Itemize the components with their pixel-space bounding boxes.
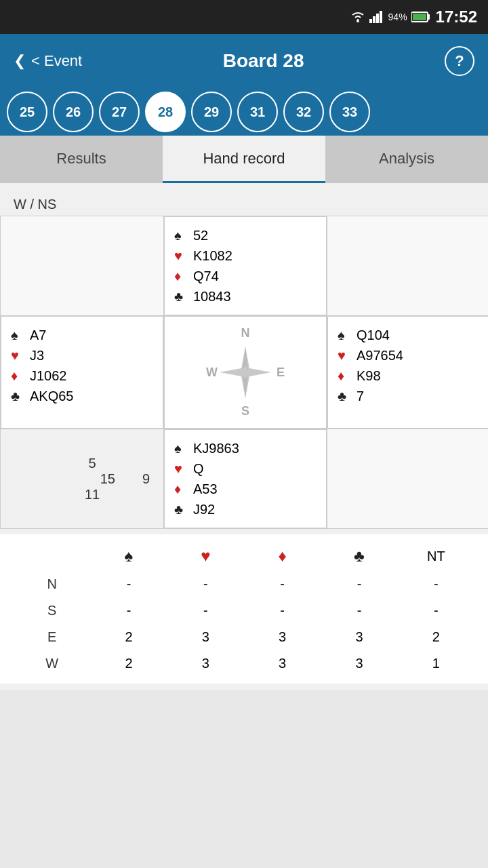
- diamond-icon-s: ♦: [174, 479, 189, 499]
- svg-point-0: [357, 20, 359, 22]
- svg-rect-1: [369, 19, 372, 23]
- east-hand: ♠ Q104 ♥ A97654 ♦ K98 ♣ 7: [327, 316, 488, 429]
- west-diamonds: J1062: [30, 366, 67, 386]
- south-hearts: Q: [193, 458, 204, 479]
- contract-e-hearts: 3: [167, 624, 244, 650]
- contract-e-spades: 2: [90, 624, 167, 650]
- board-tab-33[interactable]: 33: [329, 92, 370, 132]
- contract-n-diamonds: -: [244, 571, 321, 597]
- contract-e-diamonds: 3: [244, 624, 321, 650]
- points-we: 159: [100, 471, 150, 487]
- compass-west: W: [206, 366, 218, 380]
- points-cell: 5 159 11: [1, 429, 163, 528]
- wifi-icon: [350, 11, 365, 23]
- south-diamonds: A53: [193, 479, 218, 499]
- contract-row-n: N - - - - -: [14, 571, 474, 597]
- contract-s-spades: -: [90, 597, 167, 624]
- empty-nw: [1, 216, 163, 315]
- contract-n-clubs: -: [321, 571, 397, 597]
- board-tab-27[interactable]: 27: [99, 92, 140, 132]
- svg-rect-7: [413, 14, 426, 20]
- tab-hand-record[interactable]: Hand record: [163, 136, 325, 183]
- west-clubs: AKQ65: [30, 386, 73, 406]
- dealer-info: W / NS: [0, 190, 488, 216]
- battery-icon: [411, 11, 430, 23]
- svg-rect-6: [428, 14, 430, 20]
- compass-south: S: [241, 404, 249, 418]
- contract-e-clubs: 3: [321, 624, 397, 650]
- empty-se: [327, 429, 488, 528]
- tab-results[interactable]: Results: [0, 136, 163, 183]
- north-diamonds: Q74: [193, 266, 219, 286]
- contract-header-clubs: ♣: [321, 541, 397, 571]
- board-tab-28[interactable]: 28: [145, 92, 186, 132]
- compass-star-svg: [218, 345, 272, 399]
- contract-w-spades: 2: [90, 650, 167, 677]
- contract-label-w: W: [14, 650, 90, 677]
- page-title: Board 28: [223, 50, 304, 72]
- status-icons: 94%: [350, 11, 430, 23]
- compass-cell: N W E S: [164, 316, 327, 429]
- contract-section: ♠ ♥ ♦ ♣ NT N - - - - - S -: [0, 534, 488, 684]
- back-label: < Event: [31, 52, 82, 70]
- back-arrow: ❮: [14, 52, 26, 70]
- hand-grid: ♠ 52 ♥ K1082 ♦ Q74 ♣ 10843 ♠ A7: [0, 216, 488, 529]
- board-tab-25[interactable]: 25: [7, 92, 47, 132]
- board-tab-29[interactable]: 29: [191, 92, 232, 132]
- contract-s-clubs: -: [321, 597, 397, 624]
- spade-icon-s: ♠: [174, 438, 189, 458]
- contract-label-n: N: [14, 571, 90, 597]
- back-button[interactable]: ❮ < Event: [14, 52, 82, 70]
- heart-icon-w: ♥: [11, 345, 26, 366]
- svg-rect-3: [376, 14, 379, 23]
- contract-w-nt: 1: [398, 650, 474, 677]
- empty-ne: [327, 216, 488, 315]
- board-tab-31[interactable]: 31: [237, 92, 278, 132]
- svg-rect-2: [373, 16, 375, 23]
- points-south: 11: [85, 487, 100, 502]
- heart-icon-s: ♥: [174, 458, 189, 479]
- east-clubs: 7: [357, 386, 364, 406]
- signal-icon: [369, 11, 384, 23]
- tab-analysis[interactable]: Analysis: [325, 136, 488, 183]
- board-tab-26[interactable]: 26: [53, 92, 94, 132]
- south-spades: KJ9863: [193, 438, 239, 458]
- contract-s-diamonds: -: [244, 597, 321, 624]
- spade-icon-w: ♠: [11, 325, 26, 345]
- dealer-label: W / NS: [14, 197, 56, 212]
- west-hand: ♠ A7 ♥ J3 ♦ J1062 ♣ AKQ65: [1, 316, 163, 429]
- diamond-icon-w: ♦: [11, 366, 26, 386]
- header: ❮ < Event Board 28 ?: [0, 34, 488, 88]
- west-spades: A7: [30, 325, 46, 345]
- contract-s-nt: -: [398, 597, 474, 624]
- status-bar: 94% 17:52: [0, 0, 488, 34]
- board-tab-32[interactable]: 32: [283, 92, 324, 132]
- contract-s-hearts: -: [167, 597, 244, 624]
- compass-east: E: [277, 366, 285, 380]
- main-content: W / NS ♠ 52 ♥ K1082 ♦ Q74 ♣ 10843: [0, 183, 488, 690]
- contract-row-e: E 2 3 3 3 2: [14, 624, 474, 650]
- diamond-icon-n: ♦: [174, 266, 189, 286]
- diamond-icon-e: ♦: [338, 366, 352, 386]
- contract-e-nt: 2: [398, 624, 474, 650]
- south-hand: ♠ KJ9863 ♥ Q ♦ A53 ♣ J92: [164, 429, 327, 528]
- help-button[interactable]: ?: [445, 46, 474, 76]
- svg-rect-4: [380, 11, 382, 23]
- contract-label-e: E: [14, 624, 90, 650]
- contract-header-diamonds: ♦: [244, 541, 321, 571]
- contract-w-clubs: 3: [321, 650, 397, 677]
- contract-w-diamonds: 3: [244, 650, 321, 677]
- contract-label-s: S: [14, 597, 90, 624]
- club-icon-e: ♣: [338, 386, 352, 406]
- east-diamonds: K98: [357, 366, 381, 386]
- board-tabs: 25 26 27 28 29 31 32 33: [0, 88, 488, 136]
- help-icon: ?: [455, 52, 464, 70]
- contract-header-hearts: ♥: [167, 541, 244, 571]
- south-clubs: J92: [193, 499, 215, 519]
- contract-header-nt: NT: [398, 541, 474, 571]
- contract-row-w: W 2 3 3 3 1: [14, 650, 474, 677]
- contract-table: ♠ ♥ ♦ ♣ NT N - - - - - S -: [14, 541, 474, 677]
- west-hearts: J3: [30, 345, 44, 366]
- north-hearts: K1082: [193, 245, 232, 266]
- east-hearts: A97654: [357, 345, 403, 366]
